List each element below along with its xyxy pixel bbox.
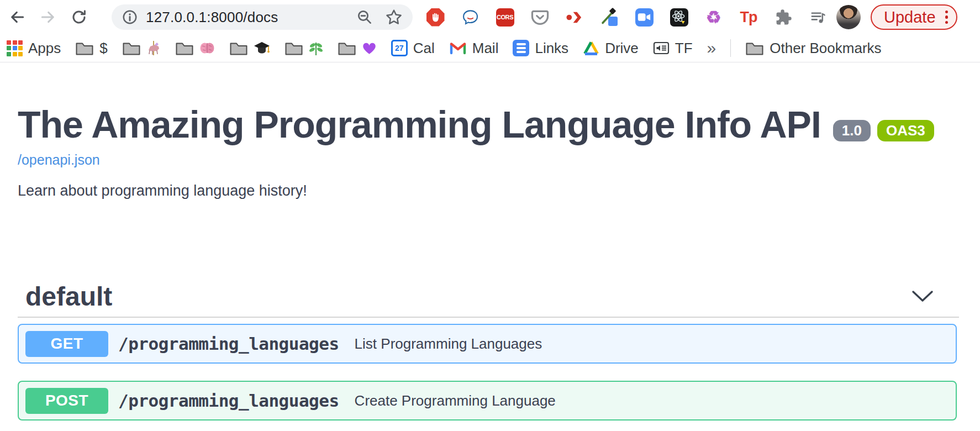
reload-icon — [70, 8, 88, 26]
zoom-extension-button[interactable] — [635, 8, 654, 27]
bookmark-folder-brain[interactable] — [175, 41, 215, 56]
bookmark-folder-dollar[interactable]: $ — [75, 40, 107, 57]
other-bookmarks-label: Other Bookmarks — [770, 40, 881, 57]
bookmark-folder-carousel-horse[interactable] — [122, 40, 161, 56]
bookmark-tf[interactable]: TF — [653, 40, 693, 57]
adblock-hand-icon — [426, 8, 445, 27]
bookmark-mail[interactable]: Mail — [449, 40, 499, 57]
apps-label: Apps — [28, 40, 61, 57]
google-drive-icon — [583, 40, 599, 56]
purple-heart-icon — [362, 41, 377, 55]
section-title: default — [25, 281, 911, 312]
adblock-extension-button[interactable] — [426, 8, 445, 27]
folder-icon — [284, 41, 303, 56]
extensions-menu-button[interactable] — [774, 8, 793, 27]
bookmark-links[interactable]: Links — [513, 40, 568, 57]
bookmarks-bar: Apps $ — [0, 34, 980, 62]
api-title-row: The Amazing Programming Language Info AP… — [18, 106, 980, 143]
reload-button[interactable] — [70, 8, 88, 27]
back-button[interactable] — [8, 8, 27, 27]
openapi-json-link[interactable]: /openapi.json — [18, 152, 100, 168]
operation-path: /programming_languages — [118, 334, 339, 354]
pocket-icon — [531, 9, 549, 26]
folder-icon — [229, 41, 248, 56]
dev-arrow-extension-button[interactable] — [565, 8, 584, 27]
google-calendar-icon: 27 — [391, 40, 408, 56]
tp-letters-icon: Tp — [740, 9, 757, 26]
react-devtools-extension-button[interactable] — [670, 8, 688, 27]
section-header-default[interactable]: default — [18, 276, 959, 318]
bookmark-drive[interactable]: Drive — [583, 40, 639, 57]
bookmark-apps[interactable]: Apps — [7, 40, 61, 57]
back-arrow-icon — [8, 8, 26, 26]
oas3-badge: OAS3 — [877, 120, 934, 141]
video-camera-icon — [635, 8, 654, 27]
tf-label: TF — [675, 40, 693, 57]
eyedropper-extension-button[interactable] — [600, 8, 619, 27]
other-bookmarks[interactable]: Other Bookmarks — [745, 40, 881, 57]
update-button-label: Update — [884, 8, 936, 27]
tf-card-icon — [653, 41, 670, 55]
operation-get-programming-languages[interactable]: GET /programming_languages List Programm… — [18, 324, 957, 364]
address-bar[interactable]: 127.0.0.1:8000/docs — [112, 4, 413, 30]
chat-bubble-extension-button[interactable] — [461, 8, 480, 27]
drive-label: Drive — [605, 40, 639, 57]
bookmark-folder-purple-heart[interactable] — [338, 41, 377, 56]
bookmarks-overflow-button[interactable]: » — [707, 39, 716, 57]
browser-toolbar: 127.0.0.1:8000/docs — [0, 0, 980, 34]
forward-button[interactable] — [39, 8, 57, 27]
post-method-badge: POST — [25, 388, 108, 414]
browser-menu-dots-icon[interactable] — [945, 10, 949, 24]
bookmark-star-icon[interactable] — [385, 8, 403, 26]
version-badge: 1.0 — [833, 120, 871, 141]
dot-arrow-icon — [566, 8, 584, 27]
bookmarks-divider — [730, 39, 731, 57]
update-button[interactable]: Update — [871, 4, 957, 30]
bookmark-folder-graduation-cap[interactable] — [229, 41, 270, 56]
brain-icon — [199, 41, 215, 55]
operation-path: /programming_languages — [118, 391, 339, 411]
pocket-extension-button[interactable] — [530, 8, 549, 27]
api-title: The Amazing Programming Language Info AP… — [18, 106, 821, 143]
bookmark-calendar[interactable]: 27 Cal — [391, 40, 435, 57]
extensions-row: CORS — [426, 8, 828, 27]
folder-icon — [175, 41, 194, 56]
music-queue-icon — [809, 8, 828, 27]
purple-recycle-extension-button[interactable]: ♻ — [704, 8, 723, 27]
puzzle-piece-icon — [775, 9, 792, 26]
page-info-icon[interactable] — [122, 9, 138, 25]
chevron-down-icon[interactable] — [911, 290, 934, 302]
operations-list: GET /programming_languages List Programm… — [18, 324, 957, 421]
get-method-badge: GET — [25, 331, 108, 357]
url-text[interactable]: 127.0.0.1:8000/docs — [146, 9, 344, 26]
links-label: Links — [535, 40, 568, 57]
api-description: Learn about programming language history… — [18, 182, 980, 199]
profile-avatar[interactable] — [836, 5, 861, 29]
api-badges: 1.0 OAS3 — [833, 120, 934, 141]
operation-summary: List Programming Languages — [355, 335, 542, 353]
folder-icon — [75, 41, 94, 56]
forward-arrow-icon — [39, 8, 57, 26]
teleparty-extension-button[interactable]: Tp — [739, 8, 758, 27]
operation-post-programming-languages[interactable]: POST /programming_languages Create Progr… — [18, 381, 957, 421]
carousel-horse-icon — [146, 40, 161, 56]
gmail-icon — [449, 41, 467, 55]
eyedropper-icon — [600, 8, 619, 27]
herb-icon — [309, 40, 323, 56]
zoom-out-icon[interactable] — [356, 9, 373, 25]
music-queue-button[interactable] — [809, 8, 828, 27]
operation-summary: Create Programming Language — [355, 392, 556, 409]
cal-label: Cal — [413, 40, 435, 57]
swagger-docs-page: The Amazing Programming Language Info AP… — [0, 62, 980, 421]
folder-icon — [122, 41, 141, 56]
links-doc-icon — [513, 40, 529, 56]
chat-bubble-icon — [461, 8, 480, 27]
mail-label: Mail — [472, 40, 499, 57]
graduation-cap-icon — [254, 41, 270, 55]
bookmark-folder-herb[interactable] — [284, 40, 323, 56]
dollar-label: $ — [99, 40, 107, 57]
recycle-icon: ♻ — [706, 9, 721, 26]
cors-badge: CORS — [496, 8, 514, 27]
cors-extension-button[interactable]: CORS — [496, 8, 514, 27]
apps-grid-icon — [7, 40, 23, 56]
